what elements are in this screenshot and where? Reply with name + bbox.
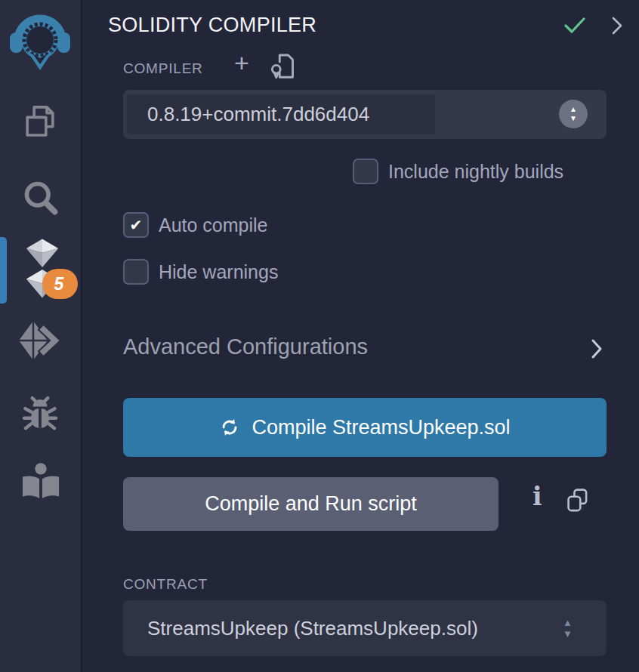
checkbox-check-glyph: ✔ bbox=[130, 216, 143, 234]
compiler-section-label: COMPILER bbox=[123, 60, 203, 77]
hide-warnings-checkbox[interactable] bbox=[123, 259, 149, 285]
contract-select[interactable]: StreamsUpkeep (StreamsUpkeep.sol) ▲ ▼ bbox=[123, 600, 607, 656]
up-triangle-icon: ▲ bbox=[570, 106, 577, 113]
sidebar-item-file-explorer[interactable] bbox=[19, 100, 61, 143]
include-nightly-label: Include nightly builds bbox=[388, 161, 563, 183]
compiler-version-select[interactable]: 0.8.19+commit.7dd6d404 ▲ ▼ bbox=[123, 90, 607, 139]
sidebar-item-guide[interactable] bbox=[20, 461, 61, 501]
compiler-license-icon[interactable] bbox=[269, 51, 296, 82]
hide-warnings-label: Hide warnings bbox=[159, 261, 278, 283]
compiler-status-badge: 5 bbox=[42, 269, 78, 299]
down-triangle-icon: ▼ bbox=[570, 115, 577, 122]
contract-select-value: StreamsUpkeep (StreamsUpkeep.sol) bbox=[147, 600, 478, 656]
info-icon[interactable]: i bbox=[532, 482, 542, 511]
auto-compile-checkbox[interactable]: ✔ bbox=[123, 212, 149, 238]
compiler-version-value: 0.8.19+commit.7dd6d404 bbox=[147, 90, 369, 139]
auto-compile-label: Auto compile bbox=[159, 214, 268, 236]
active-plugin-indicator bbox=[0, 237, 7, 304]
compile-success-check-icon bbox=[563, 17, 586, 35]
version-select-stepper-icon: ▲ ▼ bbox=[559, 100, 588, 128]
add-custom-compiler-button[interactable]: + bbox=[234, 50, 249, 76]
compile-button-label: Compile StreamsUpkeep.sol bbox=[252, 416, 510, 439]
panel-collapse-chevron-icon[interactable] bbox=[610, 15, 624, 36]
compile-button[interactable]: Compile StreamsUpkeep.sol bbox=[123, 398, 607, 457]
remix-logo-icon bbox=[8, 11, 72, 72]
search-icon bbox=[20, 177, 60, 217]
icon-sidebar: 5 bbox=[0, 0, 82, 672]
contract-section-label: CONTRACT bbox=[123, 576, 208, 593]
up-triangle-icon: ▲ bbox=[563, 618, 573, 627]
advanced-configurations-toggle[interactable]: Advanced Configurations bbox=[123, 334, 368, 359]
sidebar-item-search[interactable] bbox=[20, 177, 60, 217]
ethereum-play-icon bbox=[17, 320, 63, 364]
sidebar-item-debugger[interactable] bbox=[18, 393, 62, 436]
advanced-expand-chevron-icon[interactable] bbox=[589, 338, 604, 360]
copy-icon[interactable] bbox=[565, 487, 591, 514]
bug-icon bbox=[19, 393, 61, 436]
sidebar-item-deploy-and-run[interactable] bbox=[17, 320, 63, 364]
book-reader-icon bbox=[20, 462, 61, 500]
page-title: SOLIDITY COMPILER bbox=[108, 14, 316, 37]
copy-pages-icon bbox=[20, 101, 60, 142]
compile-and-run-label: Compile and Run script bbox=[205, 492, 417, 516]
down-triangle-icon: ▼ bbox=[563, 630, 573, 639]
remix-logo-home-button[interactable] bbox=[8, 11, 72, 72]
include-nightly-checkbox[interactable] bbox=[353, 159, 378, 184]
contract-select-stepper-icon: ▲ ▼ bbox=[563, 600, 573, 656]
compile-and-run-button[interactable]: Compile and Run script bbox=[123, 477, 499, 531]
refresh-icon bbox=[219, 417, 240, 438]
